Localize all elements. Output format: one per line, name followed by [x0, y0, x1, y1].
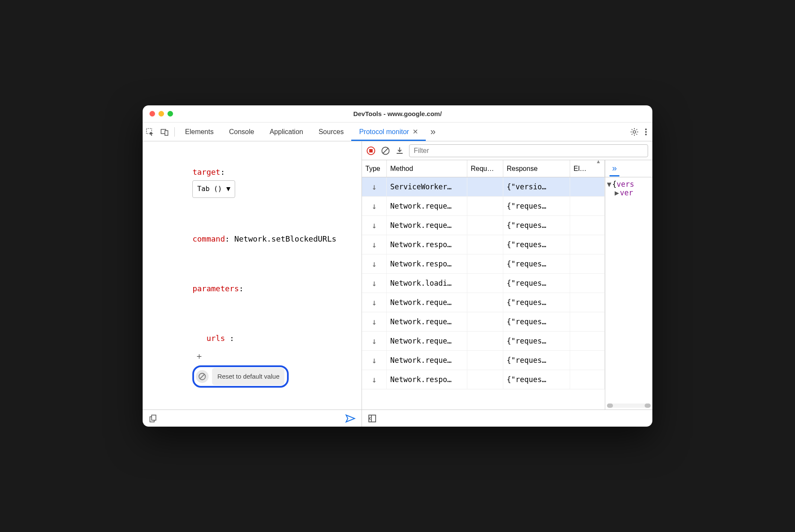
- col-header-method[interactable]: Method: [387, 160, 467, 177]
- parameters-key: parameters: [192, 284, 239, 293]
- svg-rect-15: [369, 415, 376, 422]
- inspect-element-icon[interactable]: [143, 128, 157, 136]
- svg-line-14: [383, 148, 388, 153]
- cell-elapsed: [570, 351, 605, 370]
- table-row[interactable]: ↓Network.reque…{"reques…: [362, 332, 605, 351]
- more-tabs-icon[interactable]: »: [610, 161, 619, 176]
- divider: [174, 127, 175, 137]
- devtools-toolbar: Elements Console Application Sources Pro…: [143, 123, 652, 141]
- down-arrow-icon: ↓: [365, 374, 383, 385]
- response-inspector: » ▼{vers ▶ver: [605, 160, 652, 409]
- svg-point-6: [645, 134, 647, 135]
- download-icon[interactable]: [395, 146, 404, 155]
- horizontal-scrollbar[interactable]: [607, 403, 651, 408]
- cell-type: ↓: [362, 216, 387, 235]
- table-row[interactable]: ↓Network.respo…{"reques…: [362, 235, 605, 254]
- close-window-button[interactable]: [149, 111, 155, 117]
- target-select[interactable]: Tab () ▼: [192, 180, 235, 197]
- cell-type: ↓: [362, 293, 387, 312]
- cell-method: Network.respo…: [387, 254, 467, 273]
- cell-response: {"reques…: [503, 351, 570, 370]
- object-row[interactable]: ▼{vers: [607, 180, 651, 188]
- cell-request: [467, 293, 503, 312]
- device-toolbar-icon[interactable]: [157, 128, 172, 136]
- kebab-menu-icon[interactable]: [645, 128, 647, 136]
- cell-request: [467, 370, 503, 389]
- table-row[interactable]: ↓Network.loadi…{"reques…: [362, 274, 605, 293]
- tab-application[interactable]: Application: [262, 123, 311, 141]
- cell-elapsed: [570, 370, 605, 389]
- add-item-button[interactable]: ＋: [195, 351, 203, 361]
- col-header-type[interactable]: Type: [362, 160, 387, 177]
- col-header-request[interactable]: Requ…: [467, 160, 503, 177]
- devtools-window: DevTools - www.google.com/ Elements Cons…: [143, 105, 652, 427]
- cell-request: [467, 312, 503, 331]
- cell-elapsed: [570, 293, 605, 312]
- cell-request: [467, 332, 503, 350]
- monitor-table: Type Method Requ… Response El…▲ ↓Service…: [362, 160, 605, 409]
- table-row[interactable]: ↓Network.reque…{"reques…: [362, 216, 605, 235]
- minimize-window-button[interactable]: [158, 111, 164, 117]
- down-arrow-icon: ↓: [365, 317, 383, 327]
- scroll-thumb[interactable]: [607, 403, 613, 408]
- inspector-tabs: »: [605, 160, 652, 177]
- cell-method: Network.reque…: [387, 293, 467, 312]
- tab-label: Application: [269, 128, 303, 136]
- cell-elapsed: [570, 197, 605, 215]
- clear-icon[interactable]: [381, 146, 390, 155]
- scroll-thumb[interactable]: [645, 403, 651, 408]
- reset-default-label: Reset to default value: [212, 368, 284, 385]
- tab-sources[interactable]: Sources: [311, 123, 352, 141]
- cell-response: {"reques…: [503, 274, 570, 293]
- object-prop: ver: [620, 188, 633, 197]
- object-row[interactable]: ▶ver: [607, 188, 651, 197]
- urls-key: urls: [206, 334, 225, 343]
- down-arrow-icon: ↓: [365, 336, 383, 346]
- record-button[interactable]: [366, 146, 376, 155]
- col-header-response[interactable]: Response: [503, 160, 570, 177]
- cell-method: Network.reque…: [387, 197, 467, 215]
- window-title: DevTools - www.google.com/: [143, 110, 652, 117]
- filter-input[interactable]: [409, 144, 648, 157]
- maximize-window-button[interactable]: [167, 111, 173, 117]
- toggle-editor-icon[interactable]: [368, 414, 377, 423]
- svg-line-8: [200, 374, 204, 379]
- cell-request: [467, 216, 503, 235]
- cell-method: Network.respo…: [387, 370, 467, 389]
- cell-request: [467, 254, 503, 273]
- table-row[interactable]: ↓Network.reque…{"reques…: [362, 293, 605, 312]
- down-arrow-icon: ↓: [365, 297, 383, 308]
- chevron-down-icon: ▼: [226, 182, 230, 196]
- monitor-toolbar: [362, 141, 652, 160]
- reset-default-chip[interactable]: Reset to default value: [192, 365, 289, 388]
- cell-request: [467, 197, 503, 215]
- tab-protocol-monitor[interactable]: Protocol monitor ✕: [351, 123, 426, 141]
- down-arrow-icon: ↓: [365, 278, 383, 288]
- close-tab-icon[interactable]: ✕: [412, 128, 418, 136]
- table-row[interactable]: ↓Network.reque…{"reques…: [362, 197, 605, 216]
- col-header-elapsed[interactable]: El…▲: [570, 160, 605, 177]
- tab-elements[interactable]: Elements: [177, 123, 221, 141]
- cell-elapsed: [570, 235, 605, 254]
- traffic-lights: [149, 111, 173, 117]
- table-row[interactable]: ↓Network.reque…{"reques…: [362, 351, 605, 370]
- table-row[interactable]: ↓Network.respo…{"reques…: [362, 370, 605, 389]
- cell-type: ↓: [362, 177, 387, 196]
- inspector-body: ▼{vers ▶ver: [605, 177, 652, 409]
- down-arrow-icon: ↓: [365, 201, 383, 211]
- cell-method: Network.reque…: [387, 351, 467, 370]
- more-tabs-icon[interactable]: »: [426, 126, 440, 137]
- command-key: command: [192, 234, 225, 243]
- cell-response: {"reques…: [503, 235, 570, 254]
- cell-elapsed: [570, 274, 605, 293]
- table-row[interactable]: ↓Network.respo…{"reques…: [362, 254, 605, 274]
- table-row[interactable]: ↓ServiceWorker…{"versio…: [362, 177, 605, 197]
- copy-icon[interactable]: [149, 414, 157, 423]
- titlebar: DevTools - www.google.com/: [143, 105, 652, 123]
- cell-response: {"reques…: [503, 370, 570, 389]
- settings-icon[interactable]: [630, 128, 639, 136]
- send-command-button[interactable]: [345, 414, 356, 423]
- tab-console[interactable]: Console: [221, 123, 262, 141]
- table-row[interactable]: ↓Network.reque…{"reques…: [362, 312, 605, 332]
- cell-response: {"reques…: [503, 254, 570, 273]
